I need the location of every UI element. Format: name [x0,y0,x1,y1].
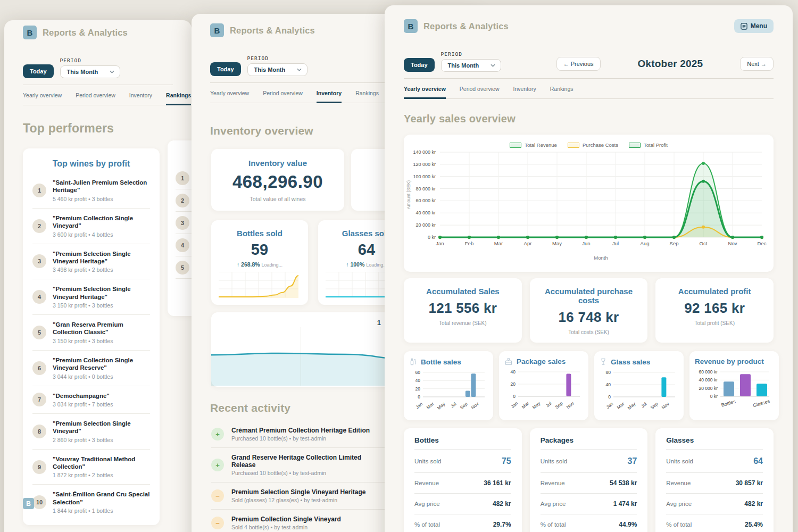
app-title: Reports & Analytics [43,28,128,38]
rank-badge: 6 [32,361,46,375]
package-icon [504,358,513,365]
activity-meta: Purchased 10 bottle(s) • by test-admin [231,470,385,476]
ranking-row: 4 [176,234,192,256]
tab-period-overview[interactable]: Period overview [76,85,115,105]
tab-yearly-overview[interactable]: Yearly overview [404,79,446,99]
svg-text:40: 40 [415,378,421,383]
activity-text: Crémant Premium Collection Heritage Edit… [231,427,370,442]
svg-text:Apr: Apr [524,240,532,246]
wine-name: "Premium Selection Single Vineyard" [53,420,150,435]
yearly-chart-card: Total RevenuePurchase CostsTotal Profit … [404,135,774,272]
svg-text:Nov: Nov [470,401,480,410]
ranking-row: 5 [176,256,192,279]
tab-period-overview[interactable]: Period overview [460,79,500,99]
second-ranking-list: 12345 [176,167,192,279]
wine-name: "Vouvray Traditional Method Collection" [53,455,150,471]
ranking-text: "Saint-Émilion Grand Cru Special Selecti… [53,491,150,514]
activity-meta: Sold 4 bottle(s) • by test-admin [231,524,341,530]
tab-period-overview[interactable]: Period overview [263,83,303,103]
svg-text:Nov: Nov [566,400,576,410]
svg-text:Sep: Sep [554,401,564,410]
ranking-row: 2"Premium Collection Single Vineyard"3 6… [32,209,150,244]
svg-text:120 000 kr: 120 000 kr [413,162,436,167]
today-button[interactable]: Today [210,62,241,76]
wine-meta: 3 034 kr profit • 7 bottles [53,401,113,408]
svg-text:May: May [552,240,562,246]
tab-yearly-overview[interactable]: Yearly overview [210,83,249,103]
mini-chart-package-sales: 02040JanMarMayJulSepNov [504,365,583,417]
rank-badge: 9 [32,460,46,474]
ranking-row: 3 [176,212,192,234]
ranking-text: "Premium Selection Single Vineyard Herit… [53,250,150,273]
stat-label: % of total [414,521,440,528]
bottles-sold-title: Bottles sold [219,229,301,238]
page-title: Top performers [23,121,173,136]
tab-yearly-overview[interactable]: Yearly overview [23,85,62,105]
ranking-text: "Premium Collection Single Vineyard Rese… [53,356,150,380]
tab-rankings[interactable]: Rankings [355,83,379,103]
svg-text:20 000 kr: 20 000 kr [699,386,718,391]
brand-logo: B [404,19,418,33]
ranking-row: 2 [176,189,192,212]
svg-text:0: 0 [608,394,611,400]
next-button[interactable]: Next → [740,57,774,71]
tab-inventory[interactable]: Inventory [317,83,342,103]
chevron-down-icon [110,70,114,73]
recent-activity-list: +Crémant Premium Collection Heritage Edi… [211,421,385,532]
stat-table-bottles: BottlesUnits sold75Revenue36 161 krAvg p… [404,428,522,532]
svg-text:20: 20 [415,386,421,392]
summary-card-accumulated-purchase-costs: Accumulated purchase costs16 748 krTotal… [530,278,648,343]
stat-value: 44.9% [619,521,637,528]
mini-chart-revenue-by-product: 0 kr20 000 kr40 000 kr60 000 krBottlesGl… [695,365,774,417]
menu-button[interactable]: Menu [734,19,774,33]
ranking-row: 5"Gran Reserva Premium Collection Classi… [32,315,150,351]
period-select[interactable]: This Month [247,63,308,76]
chevron-down-icon [297,68,302,71]
top-wines-card: Top wines by profit 1"Saint-Julien Premi… [23,148,160,525]
wine-name: "Demochampagne" [53,392,113,400]
period-label: PERIOD [247,55,308,61]
menu-icon [741,23,747,30]
previous-button[interactable]: ← Previous [556,57,601,71]
stat-value: 25.4% [745,521,763,528]
plus-icon: + [211,428,224,440]
stat-tables-row: BottlesUnits sold75Revenue36 161 krAvg p… [404,428,774,532]
stat-label: Units sold [666,458,693,464]
ranking-row: 7"Demochampagne"3 034 kr profit • 7 bott… [32,386,150,414]
today-button[interactable]: Today [404,58,435,72]
today-button[interactable]: Today [23,64,54,78]
bottles-sold-delta-row: ↑ 268.8% Loading... [219,261,301,268]
svg-text:May: May [436,401,446,410]
ranking-text: "Demochampagne"3 034 kr profit • 7 bottl… [53,392,113,408]
stat-table-row: Units sold64 [666,450,763,473]
svg-text:0 kr: 0 kr [428,235,436,240]
stat-label: Units sold [541,458,568,464]
stat-value: 30 857 kr [736,479,763,487]
stat-table-row: Avg price482 kr [414,494,511,514]
rank-badge: 1 [176,171,189,185]
tab-inventory[interactable]: Inventory [513,79,536,99]
svg-text:Jan: Jan [436,240,444,246]
svg-text:0: 0 [418,394,420,400]
tab-rankings[interactable]: Rankings [166,85,191,105]
stat-table-title: Glasses [666,436,763,450]
summary-card-caption: Total profit (SEK) [661,320,768,326]
activity-meta: Purchased 10 bottle(s) • by test-admin [231,435,370,442]
activity-name: Grand Reserve Heritage Collection Limite… [231,454,385,469]
wine-meta: 3 044 kr profit • 0 bottles [53,373,150,380]
period-controls: Today PERIOD This Month ← Previous Oktob… [404,51,774,72]
yearly-sales-chart: 0 kr20 000 kr40 000 kr60 000 kr80 000 kr… [404,148,774,261]
stat-value: 64 [753,456,763,466]
stat-label: Avg price [666,501,692,507]
stat-value: 29.7% [493,521,511,528]
partial-value: 1 [377,319,381,327]
stat-table-row: % of total44.9% [541,514,637,532]
tab-inventory[interactable]: Inventory [129,85,152,105]
svg-text:0 kr: 0 kr [710,394,718,399]
summary-card-accumulated-sales: Accumulated Sales121 556 krTotal revenue… [404,278,522,343]
ranking-row: 4"Premium Selection Single Vineyard Heri… [32,279,150,315]
period-select[interactable]: This Month [60,65,121,78]
period-select[interactable]: This Month [441,59,502,72]
stat-label: % of total [666,521,692,528]
tab-rankings[interactable]: Rankings [550,79,573,99]
